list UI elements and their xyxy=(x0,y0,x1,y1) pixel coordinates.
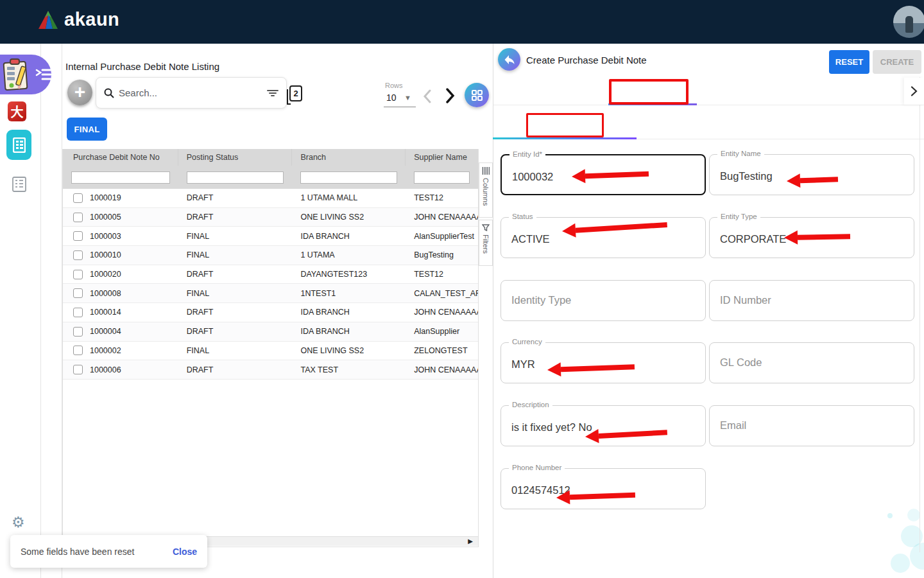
annotation-box-entity-details-tab xyxy=(526,113,604,137)
user-avatar[interactable] xyxy=(893,6,924,38)
clipboard-illustration-icon xyxy=(2,58,33,91)
listing-table: Purchase Debit Note No Posting Status Br… xyxy=(62,149,479,547)
prev-page-chevron-icon[interactable] xyxy=(423,89,432,103)
decor-circle xyxy=(907,509,920,521)
grid-view-button[interactable] xyxy=(465,83,489,107)
phone-number-label: Phone Number xyxy=(509,464,565,471)
col-header-supplier[interactable]: Supplier Name xyxy=(406,149,478,166)
filter-input-note-no[interactable] xyxy=(71,171,170,184)
row-checkbox[interactable] xyxy=(73,231,83,241)
entity-id-value: 1000032 xyxy=(512,171,553,183)
annotation-arrow-entity-type xyxy=(784,229,850,245)
columns-side-tab[interactable]: Columns xyxy=(479,162,493,218)
list-outline-icon xyxy=(12,177,26,192)
currency-value: MYR xyxy=(511,358,535,371)
row-checkbox[interactable] xyxy=(73,213,83,222)
back-button[interactable] xyxy=(498,48,520,71)
rows-per-page-label: Rows xyxy=(385,82,403,89)
table-filter-row xyxy=(63,166,478,189)
toast-message: Some fields have been reset xyxy=(21,547,173,557)
add-record-button[interactable]: + xyxy=(67,80,92,105)
document-list-icon xyxy=(13,137,26,153)
row-checkbox[interactable] xyxy=(73,270,83,279)
decor-circle xyxy=(887,513,893,518)
main-tabs-bar xyxy=(493,77,924,105)
status-value: ACTIVE xyxy=(511,233,550,245)
filter-funnel-icon xyxy=(482,224,490,231)
description-label: Description xyxy=(509,401,552,408)
table-row[interactable]: 1000019DRAFT1 UTAMA MALLTEST12 xyxy=(63,189,478,208)
table-row[interactable]: 1000014DRAFTIDA BRANCHJOHN CENAAAAA xyxy=(63,303,478,322)
active-subtab-underline xyxy=(493,137,637,139)
filter-input-branch[interactable] xyxy=(300,171,397,184)
email-field[interactable]: Email xyxy=(709,405,914,446)
row-checkbox[interactable] xyxy=(73,250,83,260)
sidebar-item-red-app[interactable]: 大 xyxy=(8,101,26,121)
final-filter-button[interactable]: FINAL xyxy=(67,118,107,141)
top-bar: akaun xyxy=(0,0,924,44)
filter-input-posting-status[interactable] xyxy=(187,171,284,184)
grid-icon xyxy=(472,90,483,101)
create-button[interactable]: CREATE xyxy=(873,50,921,74)
col-header-note-no[interactable]: Purchase Debit Note No xyxy=(63,149,178,166)
identity-type-field[interactable]: Identity Type xyxy=(501,280,706,321)
email-placeholder: Email xyxy=(720,419,746,432)
filter-input-supplier[interactable] xyxy=(414,171,470,184)
entity-name-label: Entity Name xyxy=(717,150,764,157)
filters-tab-label: Filters xyxy=(482,234,490,254)
entity-id-label: Entity Id* xyxy=(509,150,545,158)
row-checkbox[interactable] xyxy=(73,365,83,374)
row-checkbox[interactable] xyxy=(73,288,83,298)
row-checkbox[interactable] xyxy=(73,327,83,337)
reset-button[interactable]: RESET xyxy=(829,50,869,74)
rows-caret-icon[interactable]: ▼ xyxy=(404,94,411,101)
annotation-arrow-entity-name xyxy=(787,172,839,188)
search-input[interactable]: Search... xyxy=(96,77,287,109)
app-drawer-toggle[interactable] xyxy=(0,55,51,94)
row-checkbox[interactable] xyxy=(73,346,83,355)
annotation-arrow-entity-id xyxy=(572,167,649,184)
sidebar-item-active-module[interactable] xyxy=(6,130,31,160)
currency-label: Currency xyxy=(509,338,545,346)
table-row[interactable]: 1000003FINALIDA BRANCHAlanSupplierTest xyxy=(63,227,478,246)
table-row[interactable]: 1000002FINALONE LIVING SS2ZELONGTEST xyxy=(63,342,478,361)
col-header-branch[interactable]: Branch xyxy=(292,149,406,166)
table-row[interactable]: 1000008FINAL1NTEST1CALAN_TEST_ARAP_2 xyxy=(63,284,478,303)
settings-gear-icon[interactable]: ⚙ xyxy=(12,514,25,531)
next-page-chevron-icon[interactable] xyxy=(445,88,455,103)
table-row[interactable]: 1000005DRAFTONE LIVING SS2JOHN CENAAAAA xyxy=(63,208,478,227)
table-row[interactable]: 1000020DRAFTDAYANGTEST123TEST12 xyxy=(63,265,478,285)
copy2-glyph: 2 xyxy=(293,89,298,98)
brand-name: akaun xyxy=(64,9,119,30)
entity-type-value: CORPORATE xyxy=(720,233,786,245)
filter-list-icon[interactable] xyxy=(267,89,278,97)
table-body: 1000019DRAFT1 UTAMA MALLTEST12 1000005DR… xyxy=(63,189,478,380)
row-checkbox[interactable] xyxy=(73,193,83,203)
gl-code-field[interactable]: GL Code xyxy=(709,342,914,383)
toast-close-button[interactable]: Close xyxy=(173,547,197,557)
entity-type-label: Entity Type xyxy=(717,213,760,220)
annotation-arrow-phone xyxy=(556,488,636,505)
tabs-next-chevron-icon[interactable] xyxy=(904,78,924,105)
gl-code-placeholder: GL Code xyxy=(720,356,762,369)
col-header-posting-status[interactable]: Posting Status xyxy=(178,149,293,166)
table-row[interactable]: 1000010FINAL1 UTAMABugTesting xyxy=(63,246,478,265)
rows-per-page-select[interactable]: 10 xyxy=(386,92,397,103)
brand-logo[interactable]: akaun xyxy=(37,9,119,30)
description-value: is it fixed yet? No xyxy=(511,421,592,434)
table-row[interactable]: 1000004DRAFTIDA BRANCHAlanSupplier xyxy=(63,322,478,342)
row-checkbox[interactable] xyxy=(73,308,83,317)
filters-side-tab[interactable]: Filters xyxy=(479,220,493,266)
duplicate-pages-icon[interactable]: 2 xyxy=(289,85,302,101)
scroll-right-arrow-icon[interactable]: ▶ xyxy=(468,538,473,545)
search-placeholder: Search... xyxy=(119,87,267,98)
id-number-field[interactable]: ID Number xyxy=(709,280,914,321)
panel-scroll-edge[interactable] xyxy=(920,77,920,552)
listing-page-title: Internal Purchase Debit Note Listing xyxy=(65,61,219,72)
status-label: Status xyxy=(509,213,536,220)
table-row[interactable]: 1000006DRAFTTAX TESTJOHN CENAAAAA xyxy=(63,360,478,380)
red-app-glyph: 大 xyxy=(11,102,24,121)
panel-title: Create Purchase Debit Note xyxy=(526,55,647,66)
sidebar-item-list[interactable] xyxy=(12,176,27,193)
columns-icon xyxy=(482,167,490,175)
